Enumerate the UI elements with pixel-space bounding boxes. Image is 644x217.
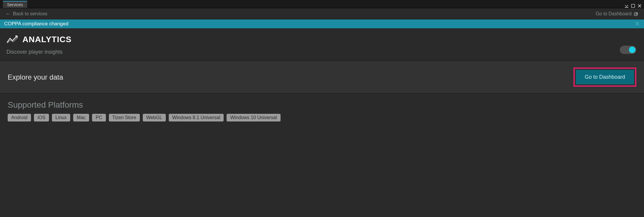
nav-row: ← Back to services Go to Dashboard: [0, 8, 644, 19]
go-to-dashboard-link[interactable]: Go to Dashboard: [596, 11, 639, 17]
notice-bar: COPPA compliance changed ✕: [0, 19, 644, 28]
go-to-dashboard-button[interactable]: Go to Dashboard: [576, 70, 634, 84]
tab-bar: Services: [0, 0, 644, 8]
window-menu-icon[interactable]: [625, 4, 629, 8]
title-row: ANALYTICS: [6, 35, 638, 44]
platform-chip: Windows 8.1 Universal: [169, 114, 224, 121]
svg-rect-0: [625, 7, 628, 8]
platform-chip: Tizen Store: [109, 114, 140, 121]
platform-chip-list: AndroidiOSLinuxMacPCTizen StoreWebGLWind…: [8, 114, 636, 121]
window-controls: [625, 4, 644, 8]
platform-chip: PC: [92, 114, 106, 121]
dashboard-link-label: Go to Dashboard: [596, 11, 632, 17]
analytics-icon: [6, 35, 18, 44]
tab-services[interactable]: Services: [3, 1, 27, 8]
toggle-knob: [629, 47, 635, 53]
services-window: Services ← Back to services Go to Dashbo…: [0, 0, 644, 217]
svg-rect-1: [632, 4, 635, 8]
page-title: ANALYTICS: [22, 35, 72, 44]
tab-label: Services: [7, 2, 23, 7]
platform-chip: iOS: [34, 114, 49, 121]
back-to-services-link[interactable]: ← Back to services: [5, 11, 47, 17]
platform-chip: Windows 10 Universal: [227, 114, 280, 121]
platform-chip: Linux: [52, 114, 70, 121]
explore-label: Explore your data: [8, 73, 63, 81]
notice-close-icon[interactable]: ✕: [635, 21, 640, 27]
platform-chip: Android: [8, 114, 31, 121]
explore-row: Explore your data Go to Dashboard: [0, 61, 644, 93]
analytics-header: ANALYTICS Discover player insights: [0, 28, 644, 60]
supported-platforms-section: Supported Platforms AndroidiOSLinuxMacPC…: [0, 94, 644, 130]
window-close-icon[interactable]: [638, 4, 642, 8]
analytics-toggle[interactable]: [620, 46, 636, 54]
back-label: Back to services: [13, 11, 47, 17]
platform-chip: WebGL: [143, 114, 166, 121]
platform-chip: Mac: [73, 114, 89, 121]
dashboard-button-highlight: Go to Dashboard: [573, 68, 636, 87]
supported-platforms-title: Supported Platforms: [8, 100, 636, 110]
external-link-icon: [634, 11, 639, 16]
arrow-left-icon: ←: [5, 11, 11, 17]
tab-bar-left: Services: [0, 1, 27, 8]
notice-text: COPPA compliance changed: [4, 21, 68, 27]
window-maximize-icon[interactable]: [631, 4, 635, 8]
page-subtitle: Discover player insights: [6, 49, 638, 55]
